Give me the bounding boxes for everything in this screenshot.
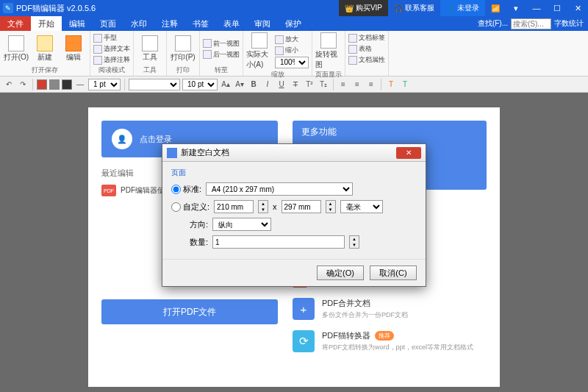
dialog-icon (167, 148, 177, 158)
width-input[interactable] (214, 200, 254, 213)
dialog-titlebar[interactable]: 新建空白文档 ✕ (162, 144, 426, 162)
width-spinner[interactable]: ▲▼ (258, 200, 268, 213)
new-blank-dialog: 新建空白文档 ✕ 页面 标准: A4 (210 x 297 mm) 自定义: ▲… (162, 143, 426, 287)
custom-radio[interactable]: 自定义: (171, 202, 209, 213)
dialog-title: 新建空白文档 (181, 147, 229, 158)
count-label: 数量: (171, 237, 208, 248)
unit-select[interactable]: 毫米 (340, 200, 383, 213)
ok-button[interactable]: 确定(O) (317, 266, 364, 280)
section-label: 页面 (171, 168, 417, 178)
height-input[interactable] (282, 200, 321, 213)
cancel-button[interactable]: 取消(C) (370, 266, 417, 280)
paper-size-select[interactable]: A4 (210 x 297 mm) (206, 182, 353, 196)
dialog-close-button[interactable]: ✕ (396, 147, 421, 159)
standard-radio[interactable]: 标准: (171, 184, 201, 195)
orient-label: 方向: (171, 219, 208, 230)
count-spinner[interactable]: ▲▼ (349, 235, 359, 249)
modal-overlay: 新建空白文档 ✕ 页面 标准: A4 (210 x 297 mm) 自定义: ▲… (0, 0, 588, 392)
orientation-select[interactable]: 纵向 (212, 218, 271, 231)
count-input[interactable] (212, 235, 345, 249)
height-spinner[interactable]: ▲▼ (326, 200, 336, 213)
